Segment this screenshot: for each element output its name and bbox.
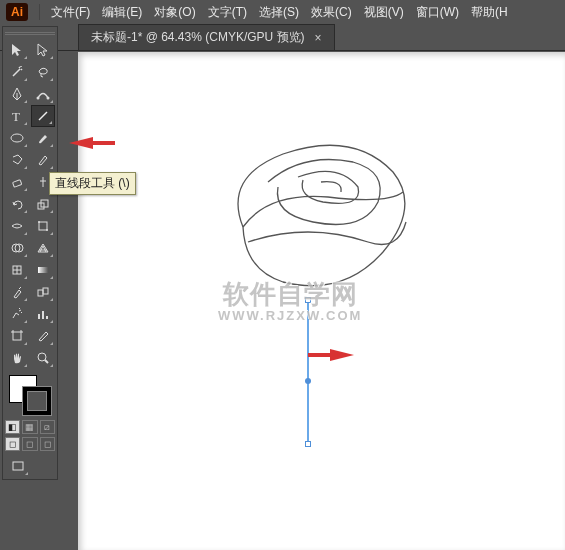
menu-effect[interactable]: 效果(C) — [305, 1, 358, 24]
watermark-sub: WWW.RJZXW.COM — [218, 309, 362, 323]
svg-rect-17 — [38, 314, 40, 319]
pencil-tool[interactable] — [31, 149, 55, 171]
menu-object[interactable]: 对象(O) — [148, 1, 201, 24]
svg-point-4 — [11, 134, 23, 142]
fill-gradient-mode[interactable]: ▦ — [22, 420, 37, 434]
blend-tool[interactable] — [31, 281, 55, 303]
draw-inside[interactable]: ◻ — [40, 437, 55, 451]
menu-select[interactable]: 选择(S) — [253, 1, 305, 24]
pen-tool[interactable] — [5, 83, 29, 105]
watermark: 软件自学网 WWW.RJZXW.COM — [218, 280, 362, 323]
ellipse-tool[interactable] — [5, 127, 29, 149]
screen-mode[interactable] — [5, 455, 30, 477]
paintbrush-tool[interactable] — [31, 127, 55, 149]
hand-tool[interactable] — [5, 347, 29, 369]
menu-edit[interactable]: 编辑(E) — [96, 1, 148, 24]
selection-tool[interactable] — [5, 39, 29, 61]
shape-builder-tool[interactable] — [5, 237, 29, 259]
svg-rect-8 — [39, 222, 47, 230]
menu-window[interactable]: 窗口(W) — [410, 1, 465, 24]
tab-close-button[interactable]: × — [313, 31, 324, 45]
slice-tool[interactable] — [31, 325, 55, 347]
svg-point-0 — [37, 97, 40, 100]
free-transform-tool[interactable] — [31, 215, 55, 237]
direct-selection-tool[interactable] — [31, 39, 55, 61]
canvas[interactable]: 软件自学网 WWW.RJZXW.COM — [78, 52, 565, 550]
document-tab[interactable]: 未标题-1* @ 64.43% (CMYK/GPU 预览) × — [78, 24, 335, 50]
annotation-arrow-tool — [69, 137, 93, 149]
fill-color-mode[interactable]: ◧ — [5, 420, 20, 434]
gradient-tool[interactable] — [31, 259, 55, 281]
svg-point-21 — [38, 353, 46, 361]
draw-behind[interactable]: ◻ — [22, 437, 37, 451]
app-logo: Ai — [6, 3, 28, 21]
svg-rect-14 — [38, 267, 48, 273]
curvature-tool[interactable] — [31, 83, 55, 105]
svg-point-10 — [46, 229, 48, 231]
column-graph-tool[interactable] — [31, 303, 55, 325]
annotation-arrow-canvas — [330, 349, 354, 361]
svg-rect-19 — [46, 316, 48, 319]
tools-panel: T — [2, 26, 58, 480]
perspective-grid-tool[interactable] — [31, 237, 55, 259]
svg-text:T: T — [12, 109, 20, 123]
svg-rect-5 — [13, 180, 22, 187]
svg-line-22 — [45, 360, 48, 363]
watermark-main: 软件自学网 — [223, 279, 358, 309]
document-tab-label: 未标题-1* @ 64.43% (CMYK/GPU 预览) — [91, 29, 305, 46]
artboard-tool[interactable] — [5, 325, 29, 347]
type-tool[interactable]: T — [5, 105, 29, 127]
mesh-tool[interactable] — [5, 259, 29, 281]
menu-view[interactable]: 视图(V) — [358, 1, 410, 24]
fill-none-mode[interactable]: ⧄ — [40, 420, 55, 434]
menu-type[interactable]: 文字(T) — [202, 1, 253, 24]
menu-help[interactable]: 帮助(H — [465, 1, 514, 24]
draw-mode-row: ◻ ◻ ◻ — [5, 437, 55, 451]
svg-point-9 — [38, 221, 40, 223]
eraser-tool[interactable] — [5, 171, 29, 193]
tool-tooltip: 直线段工具 (\) — [49, 172, 136, 195]
rotate-tool[interactable] — [5, 193, 29, 215]
menu-bar: Ai 文件(F) 编辑(E) 对象(O) 文字(T) 选择(S) 效果(C) 视… — [0, 0, 565, 24]
line-segment-tool[interactable] — [31, 105, 55, 127]
fill-stroke-swatches[interactable] — [5, 373, 55, 417]
fill-mode-row: ◧ ▦ ⧄ — [5, 420, 55, 434]
draw-normal[interactable]: ◻ — [5, 437, 20, 451]
line-mid-anchor[interactable] — [305, 378, 311, 384]
stroke-swatch[interactable] — [23, 387, 51, 415]
line-end-anchor-bottom[interactable] — [305, 441, 311, 447]
lasso-tool[interactable] — [31, 61, 55, 83]
panel-grip[interactable] — [5, 29, 55, 37]
zoom-tool[interactable] — [31, 347, 55, 369]
shaper-tool[interactable] — [5, 149, 29, 171]
document-tab-bar: 未标题-1* @ 64.43% (CMYK/GPU 预览) × — [0, 24, 565, 51]
svg-rect-18 — [42, 311, 44, 319]
scale-tool[interactable] — [31, 193, 55, 215]
symbol-sprayer-tool[interactable] — [5, 303, 29, 325]
svg-line-3 — [39, 112, 47, 120]
svg-rect-15 — [38, 290, 43, 296]
width-tool[interactable] — [5, 215, 29, 237]
svg-rect-23 — [13, 462, 23, 470]
separator — [39, 4, 40, 20]
svg-rect-16 — [43, 288, 48, 294]
magic-wand-tool[interactable] — [5, 61, 29, 83]
svg-rect-20 — [13, 332, 21, 340]
menu-file[interactable]: 文件(F) — [45, 1, 96, 24]
eyedropper-tool[interactable] — [5, 281, 29, 303]
